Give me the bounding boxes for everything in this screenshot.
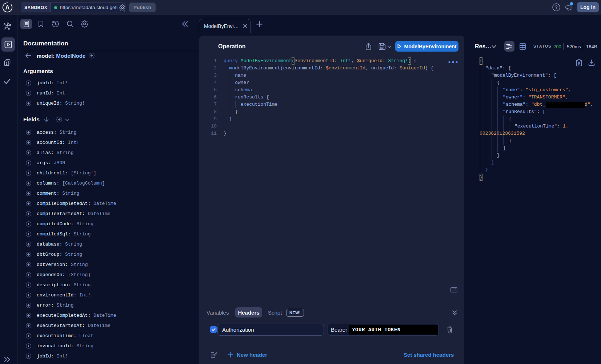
svg-text:?: ? (555, 5, 558, 10)
svg-text:A: A (5, 4, 10, 11)
